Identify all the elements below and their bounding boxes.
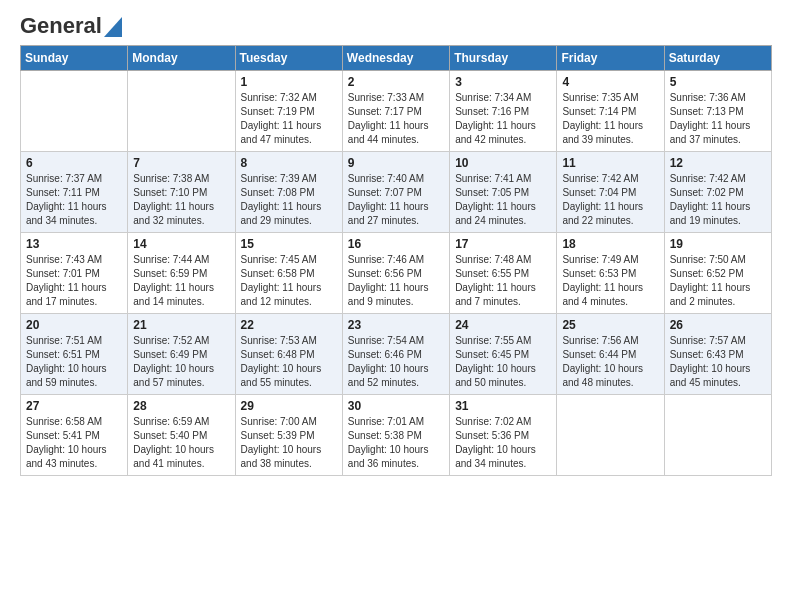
day-info: Sunrise: 7:34 AMSunset: 7:16 PMDaylight:… xyxy=(455,91,551,147)
calendar-cell: 1Sunrise: 7:32 AMSunset: 7:19 PMDaylight… xyxy=(235,71,342,152)
day-number: 6 xyxy=(26,156,122,170)
day-info: Sunrise: 7:41 AMSunset: 7:05 PMDaylight:… xyxy=(455,172,551,228)
day-info: Sunrise: 7:51 AMSunset: 6:51 PMDaylight:… xyxy=(26,334,122,390)
day-info: Sunrise: 7:42 AMSunset: 7:02 PMDaylight:… xyxy=(670,172,766,228)
calendar-cell: 30Sunrise: 7:01 AMSunset: 5:38 PMDayligh… xyxy=(342,395,449,476)
day-number: 24 xyxy=(455,318,551,332)
day-number: 28 xyxy=(133,399,229,413)
calendar-table: SundayMondayTuesdayWednesdayThursdayFrid… xyxy=(20,45,772,476)
logo-general: General xyxy=(20,15,102,37)
day-number: 21 xyxy=(133,318,229,332)
calendar-cell: 13Sunrise: 7:43 AMSunset: 7:01 PMDayligh… xyxy=(21,233,128,314)
calendar-cell: 26Sunrise: 7:57 AMSunset: 6:43 PMDayligh… xyxy=(664,314,771,395)
day-number: 27 xyxy=(26,399,122,413)
svg-marker-0 xyxy=(104,17,122,37)
calendar-cell: 27Sunrise: 6:58 AMSunset: 5:41 PMDayligh… xyxy=(21,395,128,476)
calendar-cell: 15Sunrise: 7:45 AMSunset: 6:58 PMDayligh… xyxy=(235,233,342,314)
day-number: 14 xyxy=(133,237,229,251)
day-info: Sunrise: 7:56 AMSunset: 6:44 PMDaylight:… xyxy=(562,334,658,390)
calendar-cell xyxy=(21,71,128,152)
day-number: 13 xyxy=(26,237,122,251)
day-info: Sunrise: 7:39 AMSunset: 7:08 PMDaylight:… xyxy=(241,172,337,228)
calendar-cell: 12Sunrise: 7:42 AMSunset: 7:02 PMDayligh… xyxy=(664,152,771,233)
logo: General xyxy=(20,15,122,35)
day-info: Sunrise: 7:49 AMSunset: 6:53 PMDaylight:… xyxy=(562,253,658,309)
day-info: Sunrise: 7:42 AMSunset: 7:04 PMDaylight:… xyxy=(562,172,658,228)
day-info: Sunrise: 7:01 AMSunset: 5:38 PMDaylight:… xyxy=(348,415,444,471)
calendar-cell: 9Sunrise: 7:40 AMSunset: 7:07 PMDaylight… xyxy=(342,152,449,233)
day-number: 19 xyxy=(670,237,766,251)
day-info: Sunrise: 7:02 AMSunset: 5:36 PMDaylight:… xyxy=(455,415,551,471)
calendar-cell: 24Sunrise: 7:55 AMSunset: 6:45 PMDayligh… xyxy=(450,314,557,395)
page: General SundayMondayTuesdayWednesdayThur… xyxy=(0,0,792,612)
calendar-week-row: 6Sunrise: 7:37 AMSunset: 7:11 PMDaylight… xyxy=(21,152,772,233)
logo-triangle-icon xyxy=(104,17,122,37)
calendar-cell: 14Sunrise: 7:44 AMSunset: 6:59 PMDayligh… xyxy=(128,233,235,314)
calendar-cell: 4Sunrise: 7:35 AMSunset: 7:14 PMDaylight… xyxy=(557,71,664,152)
day-info: Sunrise: 7:43 AMSunset: 7:01 PMDaylight:… xyxy=(26,253,122,309)
calendar-week-row: 27Sunrise: 6:58 AMSunset: 5:41 PMDayligh… xyxy=(21,395,772,476)
day-info: Sunrise: 7:44 AMSunset: 6:59 PMDaylight:… xyxy=(133,253,229,309)
day-number: 10 xyxy=(455,156,551,170)
calendar-cell: 22Sunrise: 7:53 AMSunset: 6:48 PMDayligh… xyxy=(235,314,342,395)
calendar-cell: 2Sunrise: 7:33 AMSunset: 7:17 PMDaylight… xyxy=(342,71,449,152)
day-info: Sunrise: 7:33 AMSunset: 7:17 PMDaylight:… xyxy=(348,91,444,147)
calendar-cell: 19Sunrise: 7:50 AMSunset: 6:52 PMDayligh… xyxy=(664,233,771,314)
header: General xyxy=(20,15,772,35)
day-info: Sunrise: 7:55 AMSunset: 6:45 PMDaylight:… xyxy=(455,334,551,390)
day-number: 5 xyxy=(670,75,766,89)
day-number: 22 xyxy=(241,318,337,332)
day-number: 3 xyxy=(455,75,551,89)
day-number: 12 xyxy=(670,156,766,170)
day-info: Sunrise: 7:48 AMSunset: 6:55 PMDaylight:… xyxy=(455,253,551,309)
calendar-cell: 23Sunrise: 7:54 AMSunset: 6:46 PMDayligh… xyxy=(342,314,449,395)
day-number: 25 xyxy=(562,318,658,332)
day-info: Sunrise: 7:46 AMSunset: 6:56 PMDaylight:… xyxy=(348,253,444,309)
day-number: 26 xyxy=(670,318,766,332)
day-info: Sunrise: 6:58 AMSunset: 5:41 PMDaylight:… xyxy=(26,415,122,471)
day-number: 23 xyxy=(348,318,444,332)
day-number: 7 xyxy=(133,156,229,170)
day-info: Sunrise: 7:54 AMSunset: 6:46 PMDaylight:… xyxy=(348,334,444,390)
calendar-cell: 6Sunrise: 7:37 AMSunset: 7:11 PMDaylight… xyxy=(21,152,128,233)
calendar-cell: 11Sunrise: 7:42 AMSunset: 7:04 PMDayligh… xyxy=(557,152,664,233)
calendar-cell xyxy=(128,71,235,152)
weekday-header: Tuesday xyxy=(235,46,342,71)
day-number: 4 xyxy=(562,75,658,89)
day-info: Sunrise: 7:38 AMSunset: 7:10 PMDaylight:… xyxy=(133,172,229,228)
calendar-cell: 20Sunrise: 7:51 AMSunset: 6:51 PMDayligh… xyxy=(21,314,128,395)
day-info: Sunrise: 7:45 AMSunset: 6:58 PMDaylight:… xyxy=(241,253,337,309)
day-info: Sunrise: 7:36 AMSunset: 7:13 PMDaylight:… xyxy=(670,91,766,147)
calendar-cell: 16Sunrise: 7:46 AMSunset: 6:56 PMDayligh… xyxy=(342,233,449,314)
day-number: 31 xyxy=(455,399,551,413)
day-info: Sunrise: 7:53 AMSunset: 6:48 PMDaylight:… xyxy=(241,334,337,390)
calendar-cell: 5Sunrise: 7:36 AMSunset: 7:13 PMDaylight… xyxy=(664,71,771,152)
day-number: 29 xyxy=(241,399,337,413)
header-row: SundayMondayTuesdayWednesdayThursdayFrid… xyxy=(21,46,772,71)
weekday-header: Wednesday xyxy=(342,46,449,71)
day-number: 18 xyxy=(562,237,658,251)
weekday-header: Sunday xyxy=(21,46,128,71)
day-info: Sunrise: 7:32 AMSunset: 7:19 PMDaylight:… xyxy=(241,91,337,147)
weekday-header: Thursday xyxy=(450,46,557,71)
calendar-cell: 10Sunrise: 7:41 AMSunset: 7:05 PMDayligh… xyxy=(450,152,557,233)
day-number: 20 xyxy=(26,318,122,332)
calendar-cell: 28Sunrise: 6:59 AMSunset: 5:40 PMDayligh… xyxy=(128,395,235,476)
day-info: Sunrise: 7:40 AMSunset: 7:07 PMDaylight:… xyxy=(348,172,444,228)
calendar-cell: 7Sunrise: 7:38 AMSunset: 7:10 PMDaylight… xyxy=(128,152,235,233)
day-number: 11 xyxy=(562,156,658,170)
day-info: Sunrise: 7:52 AMSunset: 6:49 PMDaylight:… xyxy=(133,334,229,390)
weekday-header: Friday xyxy=(557,46,664,71)
weekday-header: Monday xyxy=(128,46,235,71)
day-number: 17 xyxy=(455,237,551,251)
day-number: 30 xyxy=(348,399,444,413)
calendar-cell: 31Sunrise: 7:02 AMSunset: 5:36 PMDayligh… xyxy=(450,395,557,476)
calendar-cell: 21Sunrise: 7:52 AMSunset: 6:49 PMDayligh… xyxy=(128,314,235,395)
day-number: 15 xyxy=(241,237,337,251)
day-info: Sunrise: 7:37 AMSunset: 7:11 PMDaylight:… xyxy=(26,172,122,228)
calendar-cell: 29Sunrise: 7:00 AMSunset: 5:39 PMDayligh… xyxy=(235,395,342,476)
calendar-week-row: 13Sunrise: 7:43 AMSunset: 7:01 PMDayligh… xyxy=(21,233,772,314)
day-info: Sunrise: 7:35 AMSunset: 7:14 PMDaylight:… xyxy=(562,91,658,147)
calendar-cell: 3Sunrise: 7:34 AMSunset: 7:16 PMDaylight… xyxy=(450,71,557,152)
day-info: Sunrise: 7:00 AMSunset: 5:39 PMDaylight:… xyxy=(241,415,337,471)
